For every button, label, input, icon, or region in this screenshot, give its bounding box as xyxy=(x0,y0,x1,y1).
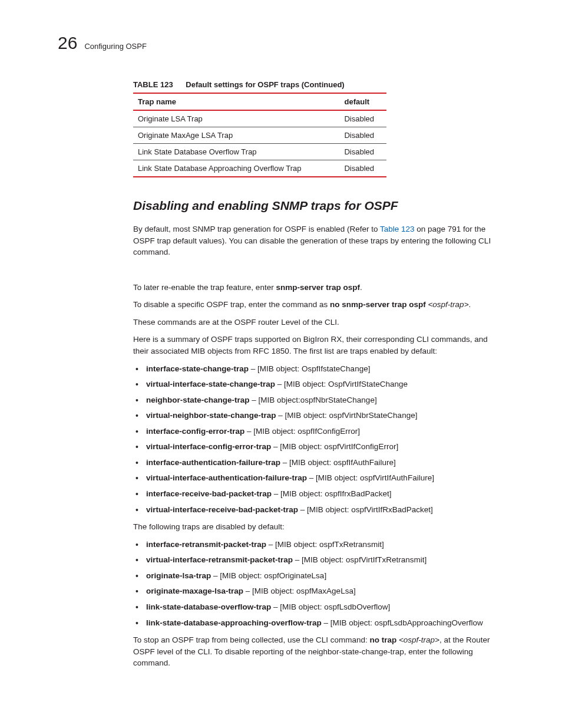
trap-mib: – [MIB object: ospfIfAuthFailure] xyxy=(280,458,396,467)
list-item: link-state-database-approaching-overflow… xyxy=(146,617,504,629)
table-caption: TABLE 123 Default settings for OSPF trap… xyxy=(133,80,504,89)
table-title: Default settings for OSPF traps (Continu… xyxy=(186,80,344,89)
text: . xyxy=(469,300,471,309)
trap-cmd: neighbor-state-change-trap xyxy=(146,396,250,404)
trap-mib: – [MIB object: ospfVirtIfConfigError] xyxy=(271,442,398,451)
trap-name-cell: Link State Database Approaching Overflow… xyxy=(133,160,339,177)
trap-default-cell: Disabled xyxy=(339,110,386,127)
table-row: Link State Database Approaching Overflow… xyxy=(133,160,386,177)
trap-cmd: link-state-database-overflow-trap xyxy=(146,602,271,611)
trap-cmd: virtual-interface-state-change-trap xyxy=(146,380,275,388)
table-header-trapname: Trap name xyxy=(133,93,339,110)
trap-cmd: link-state-database-approaching-overflow… xyxy=(146,618,322,627)
cli-arg: <ospf-trap> xyxy=(428,300,468,309)
page-content: TABLE 123 Default settings for OSPF trap… xyxy=(133,80,504,669)
cli-arg: <ospf-trap> xyxy=(399,635,439,644)
paragraph-intro: By default, most SNMP trap generation fo… xyxy=(133,223,504,258)
trap-mib: – [MIB object: OspfIfstateChange] xyxy=(249,364,370,373)
traps-table: Trap name default Originate LSA Trap Dis… xyxy=(133,93,386,177)
trap-mib: – [MIB object: ospfVirtIfAuthFailure] xyxy=(307,473,434,482)
chapter-number: 26 xyxy=(58,34,77,52)
trap-mib: – [MIB object: ospfLsdbApproachingOverfl… xyxy=(322,618,483,627)
text: . xyxy=(360,283,362,292)
text: To stop an OSPF trap from being collecte… xyxy=(133,635,369,644)
disabled-traps-list: interface-retransmit-packet-trap – [MIB … xyxy=(133,539,504,628)
trap-name-cell: Link State Database Overflow Trap xyxy=(133,144,339,160)
trap-cmd: originate-maxage-lsa-trap xyxy=(146,587,243,595)
text: To disable a specific OSPF trap, enter t… xyxy=(133,300,330,309)
list-item: virtual-neighbor-state-change-trap – [MI… xyxy=(146,410,504,421)
trap-cmd: virtual-neighbor-state-change-trap xyxy=(146,411,276,420)
list-item: virtual-interface-receive-bad-packet-tra… xyxy=(146,504,504,516)
list-item: interface-receive-bad-packet-trap – [MIB… xyxy=(146,488,504,500)
trap-cmd: virtual-interface-config-error-trap xyxy=(146,442,271,451)
list-item: interface-config-error-trap – [MIB objec… xyxy=(146,426,504,437)
enabled-traps-list: interface-state-change-trap – [MIB objec… xyxy=(133,363,504,516)
cli-command: no snmp-server trap ospf xyxy=(330,300,428,309)
list-item: originate-lsa-trap – [MIB object: ospfOr… xyxy=(146,570,504,582)
table-label: TABLE 123 xyxy=(133,80,173,89)
list-item: interface-state-change-trap – [MIB objec… xyxy=(146,363,504,375)
trap-cmd: interface-config-error-trap xyxy=(146,427,244,436)
trap-cmd: originate-lsa-trap xyxy=(146,571,211,580)
trap-name-cell: Originate MaxAge LSA Trap xyxy=(133,127,339,144)
trap-cmd: virtual-interface-authentication-failure… xyxy=(146,473,307,482)
trap-cmd: virtual-interface-receive-bad-packet-tra… xyxy=(146,505,298,514)
trap-default-cell: Disabled xyxy=(339,144,386,160)
trap-cmd: interface-authentication-failure-trap xyxy=(146,458,280,467)
trap-mib: – [MIB object: ospfOriginateLsa] xyxy=(211,571,326,580)
trap-mib: – [MIB object: OspfVirtIfStateChange xyxy=(275,380,408,388)
trap-mib: – [MIB object: ospfTxRetransmit] xyxy=(266,540,384,549)
list-item: virtual-interface-state-change-trap – [M… xyxy=(146,378,504,390)
table-header-default: default xyxy=(339,93,386,110)
trap-mib: – [MIB object: ospfLsdbOverflow] xyxy=(271,602,390,611)
list-item: virtual-interface-authentication-failure… xyxy=(146,472,504,484)
paragraph-summary: Here is a summary of OSPF traps supporte… xyxy=(133,334,504,357)
table-row: Originate LSA Trap Disabled xyxy=(133,110,386,127)
text: By default, most SNMP trap generation fo… xyxy=(133,225,380,233)
trap-name-cell: Originate LSA Trap xyxy=(133,110,339,127)
trap-default-cell: Disabled xyxy=(339,160,386,177)
paragraph-disable-specific: To disable a specific OSPF trap, enter t… xyxy=(133,299,504,311)
trap-cmd: interface-retransmit-packet-trap xyxy=(146,540,266,549)
page-header: 26 Configuring OSPF xyxy=(58,34,504,52)
trap-default-cell: Disabled xyxy=(339,127,386,144)
trap-mib: – [MIB object: ospfVirtIfRxBadPacket] xyxy=(298,505,433,514)
trap-mib: – [MIB object: ospfIfConfigError] xyxy=(244,427,360,436)
trap-mib: – [MIB object: ospfMaxAgeLsa] xyxy=(243,587,356,595)
paragraph-level: These commands are at the OSPF router Le… xyxy=(133,317,504,328)
trap-cmd: interface-receive-bad-packet-trap xyxy=(146,489,272,498)
list-item: interface-retransmit-packet-trap – [MIB … xyxy=(146,539,504,551)
list-item: virtual-interface-config-error-trap – [M… xyxy=(146,441,504,453)
table-row: Link State Database Overflow Trap Disabl… xyxy=(133,144,386,160)
paragraph-stop-trap: To stop an OSPF trap from being collecte… xyxy=(133,634,504,669)
list-item: originate-maxage-lsa-trap – [MIB object:… xyxy=(146,585,504,597)
cli-command: snmp-server trap ospf xyxy=(276,283,360,292)
chapter-title: Configuring OSPF xyxy=(84,42,147,51)
trap-mib: – [MIB object:ospfNbrStateChange] xyxy=(250,396,377,404)
paragraph-reenable: To later re-enable the trap feature, ent… xyxy=(133,282,504,294)
trap-mib: – [MIB object: ospfVirtIfTxRetransmit] xyxy=(293,555,427,564)
list-item: virtual-interface-retransmit-packet-trap… xyxy=(146,554,504,566)
text: To later re-enable the trap feature, ent… xyxy=(133,283,276,292)
cli-command: no trap xyxy=(369,635,399,644)
page: 26 Configuring OSPF TABLE 123 Default se… xyxy=(0,0,562,699)
trap-mib: – [MIB object: ospfIfrxBadPacket] xyxy=(272,489,391,498)
paragraph-disabled-intro: The following traps are disabled by defa… xyxy=(133,521,504,533)
cross-reference-link[interactable]: Table 123 xyxy=(380,225,415,233)
trap-cmd: interface-state-change-trap xyxy=(146,364,249,373)
trap-mib: – [MIB object: ospfVirtNbrStateChange] xyxy=(276,411,418,420)
list-item: link-state-database-overflow-trap – [MIB… xyxy=(146,601,504,613)
table-row: Originate MaxAge LSA Trap Disabled xyxy=(133,127,386,144)
section-heading: Disabling and enabling SNMP traps for OS… xyxy=(133,199,504,213)
list-item: neighbor-state-change-trap – [MIB object… xyxy=(146,394,504,406)
trap-cmd: virtual-interface-retransmit-packet-trap xyxy=(146,555,293,564)
list-item: interface-authentication-failure-trap – … xyxy=(146,457,504,469)
